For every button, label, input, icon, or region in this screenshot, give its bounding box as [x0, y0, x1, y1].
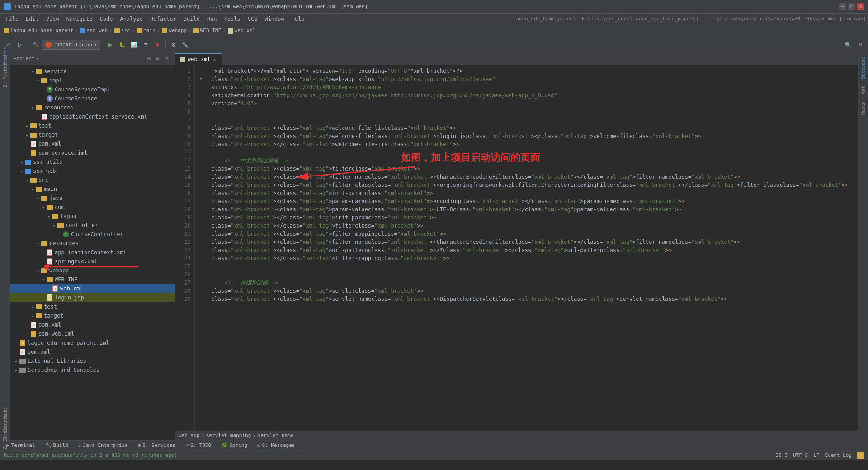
maximize-btn[interactable]: □: [848, 3, 855, 10]
menu-window[interactable]: Window: [261, 15, 288, 23]
tree-item-applicationContext[interactable]: X applicationContext.xml: [10, 248, 175, 257]
toggle-main-web[interactable]: ▾: [30, 187, 35, 192]
tree-item-ssm-utils[interactable]: ▸ ssm-utils: [10, 157, 175, 166]
code-editor[interactable]: "xml-bracket"><?xml"xml-attr"> version="…: [208, 65, 858, 430]
profile-btn[interactable]: 📊: [129, 39, 140, 50]
toggle-impl[interactable]: ▾: [35, 78, 41, 83]
tab-java-enterprise[interactable]: ☕ Java Enterprise: [74, 441, 132, 450]
tab-messages[interactable]: ✉ 0: Messages: [253, 441, 299, 450]
panel-scope-btn[interactable]: ⊕: [145, 55, 153, 63]
tree-item-applicationContext-service[interactable]: X applicationContext-service.xml: [10, 112, 175, 121]
minimize-btn[interactable]: ─: [839, 3, 846, 10]
menu-build[interactable]: Build: [180, 15, 203, 23]
tree-item-service[interactable]: ▾ service: [10, 67, 175, 76]
toggle-resources-web[interactable]: ▾: [35, 241, 41, 246]
menu-code[interactable]: Code: [96, 15, 117, 23]
tree-item-main-web[interactable]: ▾ main: [10, 185, 175, 194]
toggle-test-web[interactable]: ▸: [30, 304, 35, 309]
tree-item-pom-parent[interactable]: X pom.xml: [10, 347, 175, 356]
toggle-WEB-INF[interactable]: ▾: [41, 277, 46, 282]
settings-btn[interactable]: 🔧: [180, 39, 191, 50]
breadcrumb-src[interactable]: src: [114, 28, 130, 33]
close-btn[interactable]: ✕: [857, 3, 864, 10]
breadcrumb-ssm-web[interactable]: ssm-web: [80, 28, 108, 33]
toggle-com-web[interactable]: ▾: [41, 205, 46, 210]
breadcrumb-webxml[interactable]: web.xml: [228, 28, 255, 34]
breadcrumb-main[interactable]: main: [137, 28, 156, 33]
menu-analyze[interactable]: Analyze: [116, 15, 146, 23]
toggle-webapp[interactable]: ▾: [35, 268, 41, 273]
tree-item-target[interactable]: ▸ target: [10, 130, 175, 139]
toggle-lagou-web[interactable]: ▾: [46, 214, 52, 219]
tree-item-pom-ssm-service[interactable]: X pom.xml: [10, 139, 175, 148]
toggle-target[interactable]: ▸: [24, 133, 30, 138]
toggle-service[interactable]: ▾: [30, 69, 35, 74]
tree-item-java-web[interactable]: ▾ java: [10, 194, 175, 203]
tree-item-lagou-parent-iml[interactable]: M lagou_edu_home_parent.iml: [10, 338, 175, 347]
menu-help[interactable]: Help: [288, 15, 308, 23]
toggle-scratches[interactable]: ▸: [14, 368, 19, 373]
tree-item-src-web[interactable]: ▾ src: [10, 176, 175, 185]
tab-services[interactable]: ⚙ 8: Services: [133, 441, 180, 450]
tree-item-pom-web[interactable]: X pom.xml: [10, 320, 175, 329]
tree-item-CourseServiceImpl[interactable]: C CourseServiceImpl: [10, 85, 175, 94]
tree-item-impl[interactable]: ▾ impl: [10, 76, 175, 85]
toggle-ssm-utils[interactable]: ▸: [19, 160, 24, 165]
toggle-target-web[interactable]: ▸: [30, 313, 35, 318]
event-log-btn[interactable]: Event Log: [825, 452, 852, 458]
tree-item-test-web[interactable]: ▸ test: [10, 302, 175, 311]
settings-gear-btn[interactable]: ⚙: [854, 39, 865, 50]
tree-item-resources-web[interactable]: ▾ resources: [10, 239, 175, 248]
search-everywhere-btn[interactable]: 🔍: [843, 39, 854, 50]
breadcrumb-servletname-item[interactable]: servlet-name: [258, 432, 293, 438]
tree-item-ssm-web-iml[interactable]: M ssm-web.iml: [10, 329, 175, 338]
toggle-test[interactable]: ▸: [24, 123, 30, 128]
tab-build[interactable]: 🔨 Build: [41, 441, 73, 450]
menu-file[interactable]: File: [2, 15, 22, 23]
toggle-java-web[interactable]: ▾: [35, 196, 41, 201]
menu-vcs[interactable]: VCS: [244, 15, 261, 23]
menu-navigate[interactable]: Navigate: [63, 15, 96, 23]
breadcrumb-root[interactable]: lagou_edu_home_parent: [4, 28, 73, 33]
panel-hide-btn[interactable]: ✕: [163, 55, 171, 63]
tree-item-resources-service[interactable]: ▾ resources: [10, 103, 175, 112]
tree-item-login-jsp[interactable]: J login.jsp: [10, 293, 175, 302]
menu-tools[interactable]: Tools: [221, 15, 244, 23]
tree-item-ssm-web[interactable]: ▾ ssm-web: [10, 166, 175, 176]
sidebar-ant[interactable]: Ant: [860, 83, 867, 97]
tree-item-WEB-INF[interactable]: ▾ WEB-INF: [10, 275, 175, 284]
forward-btn[interactable]: ▷: [14, 39, 25, 50]
toggle-src-web[interactable]: ▾: [24, 178, 30, 183]
tree-item-controller[interactable]: ▾ controller: [10, 221, 175, 230]
debug-btn[interactable]: 🐛: [117, 39, 128, 50]
menu-run[interactable]: Run: [203, 15, 221, 23]
tree-item-webapp[interactable]: ▾ webapp: [10, 266, 175, 275]
tree-item-com-web[interactable]: ▾ com: [10, 203, 175, 212]
panel-settings-btn[interactable]: ⚙: [154, 55, 162, 63]
tree-item-CourseService[interactable]: I CourseService: [10, 94, 175, 103]
zstructure-tab-icon[interactable]: Z: Structure: [1, 430, 9, 437]
tomcat-selector[interactable]: Tomcat 8.5.55 ▾: [42, 40, 100, 50]
toggle-controller[interactable]: ▾: [52, 223, 57, 228]
coverage-btn[interactable]: ☂: [141, 39, 151, 50]
toggle-resources-service[interactable]: ▾: [30, 105, 35, 110]
menu-edit[interactable]: Edit: [22, 15, 42, 23]
menu-view[interactable]: View: [42, 15, 63, 23]
tree-item-external-libraries[interactable]: ▸ External Libraries: [10, 356, 175, 366]
breadcrumb-webinf[interactable]: WEB-INF: [193, 28, 221, 33]
run-btn[interactable]: ▶: [105, 39, 116, 50]
tree-item-web-xml[interactable]: X web.xml: [10, 284, 175, 293]
tab-terminal[interactable]: ▶ Terminal: [2, 441, 40, 450]
build-btn[interactable]: 🔨: [30, 39, 41, 50]
tab-close-btn[interactable]: ✕: [213, 57, 216, 62]
tab-todo[interactable]: ✔ 6: TODO: [181, 441, 216, 450]
toggle-ssm-web[interactable]: ▾: [19, 169, 24, 174]
favorites-tab-icon[interactable]: 2: Favorites: [1, 68, 9, 75]
tree-item-target-web[interactable]: ▸ target: [10, 311, 175, 320]
breadcrumb-servletmapping-item[interactable]: servlet-mapping: [206, 432, 251, 438]
tree-item-test[interactable]: ▸ test: [10, 121, 175, 130]
breadcrumb-webapp[interactable]: webapp: [162, 28, 187, 33]
rebuild-btn[interactable]: ⚙: [168, 39, 179, 50]
breadcrumb-webapp-item[interactable]: web-app: [179, 432, 199, 438]
panel-dropdown-icon[interactable]: ▾: [36, 56, 39, 62]
